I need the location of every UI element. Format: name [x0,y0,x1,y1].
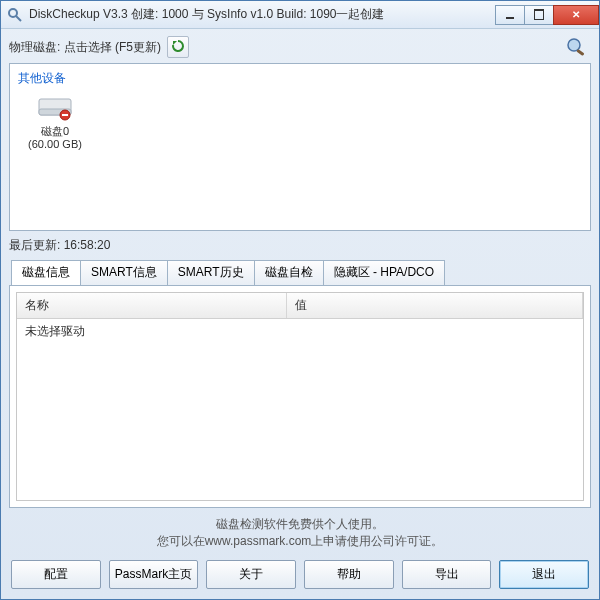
last-update: 最后更新: 16:58:20 [9,235,591,256]
svg-rect-8 [62,114,68,116]
table-row: 未选择驱动 [17,319,583,344]
about-button[interactable]: 关于 [206,560,296,589]
svg-point-0 [9,9,17,17]
last-update-time: 16:58:20 [64,238,111,252]
passmark-button[interactable]: PassMark主页 [109,560,199,589]
tab-disk-info[interactable]: 磁盘信息 [11,260,81,285]
refresh-icon [171,39,185,56]
device-list: 磁盘0 (60.00 GB) [14,91,586,226]
devices-group-title: 其他设备 [14,68,586,91]
refresh-button[interactable] [167,36,189,58]
tab-self-test[interactable]: 磁盘自检 [254,260,324,285]
magnifier-icon [565,36,589,59]
footer-text: 磁盘检测软件免费供个人使用。 您可以在www.passmark.com上申请使用… [9,512,591,556]
svg-marker-2 [173,41,177,45]
table-header: 名称 值 [17,293,583,319]
app-icon [7,7,23,23]
toolbar-row: 物理磁盘: 点击选择 (F5更新) [9,35,591,59]
device-size: (60.00 GB) [20,138,90,151]
tab-smart-info[interactable]: SMART信息 [80,260,168,285]
svg-line-1 [16,16,21,21]
minimize-button[interactable] [495,5,525,25]
tab-hpa-dco[interactable]: 隐藏区 - HPA/DCO [323,260,445,285]
col-value[interactable]: 值 [287,293,583,318]
info-table: 名称 值 未选择驱动 [16,292,584,501]
client-area: 物理磁盘: 点击选择 (F5更新) 其他设备 磁盘0 [1,29,599,599]
search-button[interactable] [563,35,591,59]
physical-disk-label: 物理磁盘: 点击选择 (F5更新) [9,39,161,56]
tab-container: 磁盘信息 SMART信息 SMART历史 磁盘自检 隐藏区 - HPA/DCO … [9,260,591,508]
button-bar: 配置 PassMark主页 关于 帮助 导出 退出 [9,560,591,591]
svg-rect-4 [576,49,584,56]
last-update-label: 最后更新: [9,238,60,252]
tab-smart-history[interactable]: SMART历史 [167,260,255,285]
devices-panel: 其他设备 磁盘0 (60.00 GB) [9,63,591,231]
exit-button[interactable]: 退出 [499,560,589,589]
export-button[interactable]: 导出 [402,560,492,589]
disk-icon [35,93,75,123]
window-title: DiskCheckup V3.3 创建: 1000 与 SysInfo v1.0… [29,6,496,23]
maximize-button[interactable] [524,5,554,25]
device-name: 磁盘0 [20,125,90,138]
window-controls [496,5,599,25]
device-item[interactable]: 磁盘0 (60.00 GB) [20,93,90,151]
table-body: 未选择驱动 [17,319,583,500]
help-button[interactable]: 帮助 [304,560,394,589]
close-button[interactable] [553,5,599,25]
footer-line1: 磁盘检测软件免费供个人使用。 [9,516,591,533]
footer-line2: 您可以在www.passmark.com上申请使用公司许可证。 [9,533,591,550]
tab-bar: 磁盘信息 SMART信息 SMART历史 磁盘自检 隐藏区 - HPA/DCO [9,260,591,285]
titlebar[interactable]: DiskCheckup V3.3 创建: 1000 与 SysInfo v1.0… [1,1,599,29]
svg-point-3 [568,39,580,51]
app-window: DiskCheckup V3.3 创建: 1000 与 SysInfo v1.0… [0,0,600,600]
tab-panel: 名称 值 未选择驱动 [9,285,591,508]
config-button[interactable]: 配置 [11,560,101,589]
col-name[interactable]: 名称 [17,293,287,318]
